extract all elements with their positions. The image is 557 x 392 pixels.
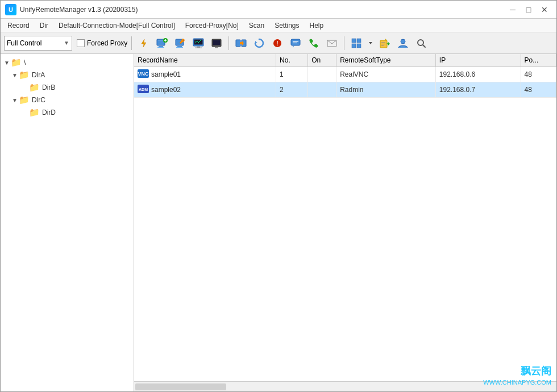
forced-proxy-checkbox[interactable] <box>77 39 85 47</box>
svg-marker-35 <box>369 42 372 44</box>
tree-label-dirA: DirA <box>32 71 45 79</box>
folder-icon-dirC: 📁 <box>19 95 30 105</box>
col-header-port[interactable]: Po... <box>521 54 556 67</box>
svg-rect-22 <box>236 40 240 47</box>
col-header-ip[interactable]: IP <box>435 54 521 67</box>
monitor-button[interactable] <box>190 35 206 51</box>
folder-icon-dirA: 📁 <box>19 70 30 80</box>
tree-item-root[interactable]: ▼ 📁 \ <box>1 56 134 69</box>
record-type: Radmin <box>336 82 436 98</box>
svg-rect-33 <box>352 44 356 48</box>
tree-toggle-dirC: ▼ <box>11 97 19 103</box>
svg-line-42 <box>423 45 425 47</box>
radmin-icon: ADM <box>138 85 149 93</box>
tree-item-dirC[interactable]: ▼ 📁 DirC <box>1 94 134 106</box>
dropdown-value: Full Control <box>7 39 41 47</box>
restore-button[interactable]: □ <box>521 3 536 16</box>
export-button[interactable] <box>377 35 393 51</box>
edit-button[interactable] <box>172 35 188 51</box>
horizontal-scrollbar-area <box>134 381 556 391</box>
tree-label-dirB: DirB <box>42 84 55 91</box>
grid-icon <box>351 38 361 48</box>
message-icon <box>327 38 337 48</box>
stop-icon: ! <box>272 38 282 48</box>
connection-mode-dropdown[interactable]: Full Control ▼ <box>4 36 72 51</box>
forced-proxy-container[interactable]: Forced Proxy <box>77 39 127 47</box>
minimize-button[interactable]: ─ <box>505 3 520 16</box>
menu-record[interactable]: Record <box>3 20 34 31</box>
records-table: RecordName No. On RemoteSoftType IP Po..… <box>134 54 556 98</box>
svg-rect-21 <box>215 47 218 48</box>
window-controls: ─ □ ✕ <box>505 3 552 16</box>
tree-item-dirA[interactable]: ▼ 📁 DirA <box>1 69 134 81</box>
user-button[interactable] <box>395 35 411 51</box>
menu-dir[interactable]: Dir <box>35 20 53 31</box>
svg-rect-31 <box>352 39 356 43</box>
svg-text:!: ! <box>277 40 278 47</box>
svg-point-40 <box>401 39 405 44</box>
search-icon <box>416 38 426 48</box>
message-button[interactable] <box>324 35 340 51</box>
chevron-down-icon: ▼ <box>64 40 69 46</box>
toolbar-separator-3 <box>344 36 344 50</box>
refresh-button[interactable] <box>251 35 267 51</box>
horizontal-scrollbar[interactable] <box>135 383 226 390</box>
menu-scan[interactable]: Scan <box>244 20 269 31</box>
screen-icon <box>211 38 222 48</box>
close-button[interactable]: ✕ <box>537 3 552 16</box>
add-pc-icon <box>156 38 168 48</box>
tree-toggle-dirA: ▼ <box>11 72 19 78</box>
chat-button[interactable] <box>288 35 304 51</box>
main-area: ▼ 📁 \ ▼ 📁 DirA ▶ 📁 DirB ▼ 📁 DirC <box>1 54 556 391</box>
stop-button[interactable]: ! <box>269 35 285 51</box>
menu-bar: Record Dir Default-Connection-Mode[Full … <box>1 19 556 32</box>
app-icon: U <box>5 4 16 15</box>
col-header-name[interactable]: RecordName <box>134 54 276 67</box>
tree-item-dirD[interactable]: ▶ 📁 DirD <box>1 106 134 119</box>
svg-text:ADM: ADM <box>139 87 148 91</box>
menu-help[interactable]: Help <box>305 20 329 31</box>
tree-label-dirC: DirC <box>32 96 45 104</box>
svg-rect-3 <box>157 47 164 48</box>
folder-icon-root: 📁 <box>11 57 22 68</box>
add-pc-button[interactable] <box>154 35 170 51</box>
screen-button[interactable] <box>209 35 225 51</box>
monitor-icon <box>193 38 204 48</box>
grid-dropdown-button[interactable] <box>367 35 375 51</box>
menu-default-connection[interactable]: Default-Connection-Mode[Full Control] <box>54 20 180 31</box>
title-bar-left: U UnifyRemoteManager v1.3 (20200315) <box>5 4 138 15</box>
phone-icon <box>309 38 319 48</box>
record-name: sample01 <box>151 70 181 78</box>
radmin-icon: ADM <box>138 85 149 95</box>
svg-rect-20 <box>213 40 221 45</box>
record-on <box>308 67 336 82</box>
refresh-icon <box>254 38 264 48</box>
table-body: VNCsample011RealVNC192.168.0.648ADMsampl… <box>134 67 556 98</box>
col-header-no[interactable]: No. <box>276 54 308 67</box>
grid-button[interactable] <box>348 35 364 51</box>
window-title: UnifyRemoteManager v1.3 (20200315) <box>20 6 138 14</box>
menu-settings[interactable]: Settings <box>270 20 304 31</box>
record-port: 48 <box>521 67 556 82</box>
record-no: 1 <box>276 67 308 82</box>
svg-rect-27 <box>291 39 300 45</box>
menu-forced-proxy[interactable]: Forced-Proxy[No] <box>181 20 243 31</box>
connect-button[interactable] <box>136 35 152 51</box>
record-name: sample02 <box>151 86 181 94</box>
phone-button[interactable] <box>306 35 322 51</box>
svg-marker-0 <box>142 39 146 47</box>
vnc-icon: VNC <box>138 69 149 78</box>
table-row[interactable]: VNCsample011RealVNC192.168.0.648 <box>134 67 556 82</box>
main-window: U UnifyRemoteManager v1.3 (20200315) ─ □… <box>0 0 557 392</box>
transfer-button[interactable] <box>233 35 249 51</box>
col-header-type[interactable]: RemoteSoftType <box>336 54 436 67</box>
record-ip: 192.168.0.6 <box>435 67 521 82</box>
table-row[interactable]: ADMsample022Radmin192.168.0.748 <box>134 82 556 98</box>
record-port: 48 <box>521 82 556 98</box>
tree-item-dirB[interactable]: ▶ 📁 DirB <box>1 81 134 94</box>
lightning-icon <box>139 38 149 48</box>
search-button[interactable] <box>413 35 429 51</box>
col-header-on[interactable]: On <box>308 54 336 67</box>
svg-rect-34 <box>357 44 361 48</box>
toolbar: Full Control ▼ Forced Proxy <box>1 32 556 54</box>
